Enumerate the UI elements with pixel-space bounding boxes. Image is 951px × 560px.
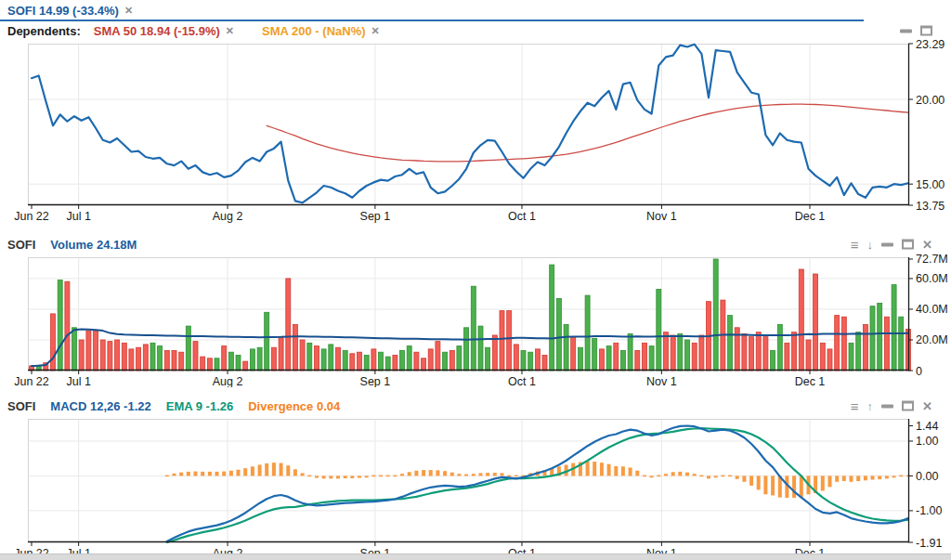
ema-value-label: EMA 9 -1.26 — [166, 399, 234, 413]
title-underline — [0, 20, 864, 21]
svg-text:0: 0 — [916, 365, 922, 378]
svg-text:Dec 1: Dec 1 — [795, 375, 826, 387]
volume-panel-header: SOFI Volume 24.18M ≡ ↓ ✕ — [0, 237, 951, 252]
close-icon[interactable]: ✕ — [922, 400, 932, 412]
svg-text:Dec 1: Dec 1 — [795, 210, 826, 223]
macd-value-label: MACD 12,26 -1.22 — [50, 399, 150, 413]
dependents-bar: Dependents: SMA 50 18.94 (-15.9%) ✕ SMA … — [0, 23, 951, 38]
macd-symbol-label: SOFI — [7, 399, 35, 413]
svg-text:40.0M: 40.0M — [916, 303, 948, 316]
minimize-icon[interactable] — [881, 404, 893, 408]
svg-text:1.00: 1.00 — [916, 435, 938, 448]
svg-text:20.0M: 20.0M — [916, 333, 948, 346]
svg-text:-1.91: -1.91 — [916, 537, 943, 550]
dependents-label: Dependents: — [7, 24, 81, 38]
move-down-icon[interactable]: ↓ — [867, 239, 874, 251]
svg-text:Jul 1: Jul 1 — [66, 375, 90, 387]
macd-panel-header: SOFI MACD 12,26 -1.22 EMA 9 -1.26 Diverg… — [0, 398, 951, 413]
close-icon[interactable]: ✕ — [371, 25, 380, 37]
svg-text:15.00: 15.00 — [916, 178, 944, 191]
volume-value-label: Volume 24.18M — [50, 238, 137, 252]
volume-chart[interactable]: 72.7M60.0M40.0M20.0M0Jun 22Jul 1Aug 2Sep… — [0, 252, 951, 387]
svg-text:Nov 1: Nov 1 — [646, 375, 677, 387]
price-chart[interactable]: 23.2920.0015.0013.75Jun 22Jul 1Aug 2Sep … — [0, 38, 951, 224]
svg-text:Jun 22: Jun 22 — [14, 375, 49, 387]
svg-text:-1.00: -1.00 — [916, 504, 943, 517]
divergence-value-label: Divergence 0.04 — [248, 399, 340, 413]
volume-symbol-label: SOFI — [7, 238, 35, 252]
svg-text:0.00: 0.00 — [916, 470, 938, 483]
sma50-label: SMA 50 18.94 (-15.9%) — [94, 24, 220, 38]
price-panel-title-bar: SOFI 14.99 (-33.4%) ✕ — [0, 0, 951, 20]
minimize-icon[interactable] — [900, 29, 912, 33]
volume-panel-window-controls: ≡ ↓ ✕ — [851, 238, 932, 252]
svg-text:Aug 2: Aug 2 — [213, 210, 243, 223]
horizontal-scrollbar[interactable] — [0, 553, 951, 560]
minimize-icon[interactable] — [881, 242, 893, 246]
maximize-icon[interactable] — [920, 26, 932, 36]
svg-text:Oct 1: Oct 1 — [508, 210, 536, 223]
svg-text:72.7M: 72.7M — [916, 253, 948, 266]
close-icon[interactable]: ✕ — [226, 25, 234, 37]
macd-chart[interactable]: 1.441.000.00-1.00-1.91Jun 22Jul 1Aug 2Se… — [0, 413, 951, 559]
close-icon[interactable]: ✕ — [124, 5, 133, 17]
menu-icon[interactable]: ≡ — [851, 238, 859, 252]
sma200-label: SMA 200 - (NaN%) — [262, 24, 365, 38]
maximize-icon[interactable] — [902, 401, 914, 411]
chart-workspace: SOFI 14.99 (-33.4%) ✕ Dependents: SMA 50… — [0, 0, 951, 559]
menu-icon[interactable]: ≡ — [851, 399, 859, 413]
symbol-label: SOFI 14.99 (-33.4%) — [7, 4, 119, 18]
svg-text:Sep 1: Sep 1 — [360, 210, 391, 223]
maximize-icon[interactable] — [902, 240, 914, 250]
svg-text:Jul 1: Jul 1 — [66, 210, 90, 223]
price-panel-window-controls — [900, 26, 932, 36]
svg-text:Sep 1: Sep 1 — [360, 375, 391, 387]
svg-text:Oct 1: Oct 1 — [508, 375, 536, 387]
svg-text:23.29: 23.29 — [916, 38, 944, 51]
svg-text:60.0M: 60.0M — [916, 272, 948, 285]
close-icon[interactable]: ✕ — [922, 239, 932, 251]
macd-panel-window-controls: ≡ ↑ ✕ — [851, 399, 932, 413]
svg-text:Jun 22: Jun 22 — [14, 210, 49, 223]
svg-text:13.75: 13.75 — [916, 200, 944, 213]
svg-text:Aug 2: Aug 2 — [213, 375, 243, 387]
svg-text:20.00: 20.00 — [916, 94, 944, 107]
svg-text:1.44: 1.44 — [916, 420, 938, 433]
move-up-icon[interactable]: ↑ — [867, 400, 874, 412]
svg-text:Nov 1: Nov 1 — [646, 210, 677, 223]
